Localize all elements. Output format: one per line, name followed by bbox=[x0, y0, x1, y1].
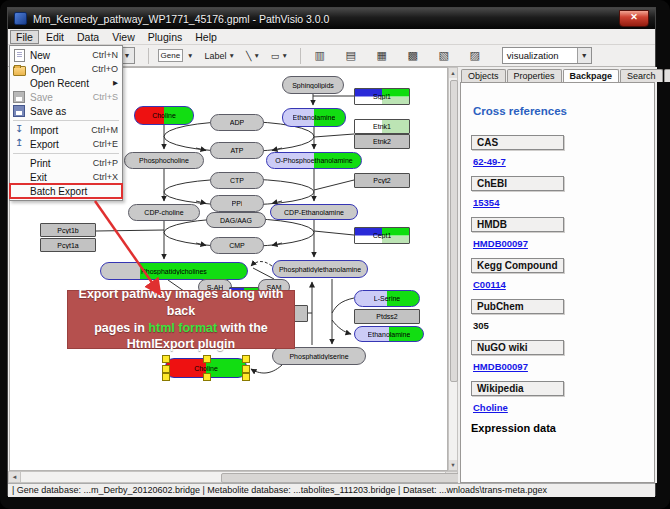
scroll-down-icon[interactable]: ▼ bbox=[449, 460, 457, 470]
close-button[interactable]: ✕ bbox=[619, 10, 649, 27]
tab-search[interactable]: Search bbox=[620, 69, 663, 82]
node-phosphatidylethanolamine[interactable]: Phosphatidylethanolamine bbox=[272, 260, 368, 278]
expression-data-heading: Expression data bbox=[471, 422, 654, 434]
gene-box-pcyt1a[interactable]: Pcyt1a bbox=[40, 238, 96, 252]
align-center-x-icon[interactable]: ▥ bbox=[306, 47, 334, 65]
node-dag-aag[interactable]: DAG/AAG bbox=[206, 212, 266, 228]
menu-help[interactable]: Help bbox=[189, 30, 223, 44]
line-tool-button[interactable]: ╲▼ bbox=[242, 47, 264, 65]
node-o-phosphoethanolamine[interactable]: O-Phosphoethanolamine bbox=[266, 152, 362, 169]
node-ethanolamine-top[interactable]: Ethanolamine bbox=[282, 108, 346, 127]
xref-link[interactable]: HMDB00097 bbox=[473, 361, 654, 372]
callout-line2: pages in html format with the bbox=[68, 320, 294, 337]
app-icon bbox=[14, 12, 27, 25]
callout-line1: Export pathway images along with back bbox=[68, 286, 294, 320]
xref-link[interactable]: 62-49-7 bbox=[473, 156, 654, 167]
menu-data[interactable]: Data bbox=[71, 30, 105, 44]
menu-file[interactable]: File bbox=[10, 30, 39, 44]
node-phosphatidylcholines[interactable]: Phosphatidylcholines bbox=[100, 262, 248, 280]
selection-handle[interactable] bbox=[162, 365, 170, 373]
file-menu-open[interactable]: OpenCtrl+O bbox=[10, 62, 122, 76]
tab-objects[interactable]: Objects bbox=[461, 69, 506, 82]
distribute-vertical-icon[interactable]: ▩ bbox=[399, 47, 427, 65]
chevron-down-icon[interactable]: ▼ bbox=[187, 52, 193, 59]
node-ctp[interactable]: CTP bbox=[210, 172, 264, 189]
align-center-y-icon[interactable]: ▤ bbox=[337, 47, 365, 65]
node-ethanolamine-bottom[interactable]: Ethanolamine bbox=[354, 326, 424, 342]
gene-tool-button[interactable]: Gene▼ bbox=[154, 47, 198, 65]
selection-handle[interactable] bbox=[203, 355, 211, 363]
node-phosphocholine[interactable]: Phosphocholine bbox=[124, 152, 204, 169]
node-cmp[interactable]: CMP bbox=[210, 237, 264, 254]
title-bar[interactable]: Mm_Kennedy_pathway_WP1771_45176.gpml - P… bbox=[8, 8, 655, 29]
shape-tool-button[interactable]: ▭▼ bbox=[267, 47, 292, 65]
distribute-horizontal-icon[interactable]: ▦ bbox=[368, 47, 396, 65]
node-label: Pcyt1a bbox=[57, 242, 78, 249]
selection-handle[interactable] bbox=[162, 373, 170, 381]
file-menu-export[interactable]: ExportCtrl+E bbox=[10, 137, 122, 151]
xref-header: Wikipedia bbox=[471, 381, 564, 396]
selection-handle[interactable] bbox=[242, 373, 250, 381]
gene-box-sgpl1[interactable]: Sgpl1 bbox=[354, 88, 410, 105]
save-icon bbox=[13, 91, 25, 103]
xref-section-chebi: ChEBI15354 bbox=[471, 176, 654, 208]
gene-box-etnk2[interactable]: Etnk2 bbox=[354, 134, 410, 149]
horizontal-scroll-thumb[interactable] bbox=[221, 473, 461, 483]
menu-view[interactable]: View bbox=[106, 30, 141, 44]
tab-properties[interactable]: Properties bbox=[507, 69, 562, 82]
gene-box-ptdss2[interactable]: Ptdss2 bbox=[354, 309, 420, 324]
scroll-up-icon[interactable]: ▲ bbox=[449, 68, 457, 78]
canvas-vertical-scrollbar[interactable]: ▲ ▼ bbox=[448, 67, 458, 471]
tab-backpage[interactable]: Backpage bbox=[563, 69, 620, 83]
menu-plugins[interactable]: Plugins bbox=[142, 30, 188, 44]
node-choline-selected[interactable]: Choline bbox=[165, 358, 247, 378]
selection-handle[interactable] bbox=[242, 365, 250, 373]
file-menu-save-as[interactable]: Save as bbox=[10, 104, 122, 118]
node-cdp-choline[interactable]: CDP-choline bbox=[128, 204, 200, 221]
file-menu-save[interactable]: SaveCtrl+S bbox=[10, 90, 122, 104]
scroll-left-icon[interactable]: ◄ bbox=[9, 472, 21, 482]
selection-handle[interactable] bbox=[203, 373, 211, 381]
node-adp[interactable]: ADP bbox=[210, 114, 264, 131]
xref-link[interactable]: 15354 bbox=[473, 197, 654, 208]
visualization-combobox[interactable]: visualization ▼ bbox=[502, 47, 592, 64]
chevron-down-icon[interactable]: ▼ bbox=[253, 52, 259, 59]
node-label: Phosphatidylserine bbox=[289, 353, 348, 360]
xref-link[interactable]: HMDB00097 bbox=[473, 238, 654, 249]
node-label: Phosphocholine bbox=[139, 157, 189, 164]
xref-link[interactable]: Choline bbox=[473, 402, 654, 413]
node-atp[interactable]: ATP bbox=[210, 142, 264, 159]
common-width-icon[interactable]: ▧ bbox=[430, 47, 458, 65]
chevron-down-icon[interactable]: ▼ bbox=[281, 52, 287, 59]
menu-separator bbox=[13, 120, 119, 121]
selection-handle[interactable] bbox=[242, 355, 250, 363]
gene-box-etnk1[interactable]: Etnk1 bbox=[354, 119, 410, 134]
gene-box-pcyt1b[interactable]: Pcyt1b bbox=[40, 223, 96, 237]
file-menu-new[interactable]: NewCtrl+N bbox=[10, 48, 122, 62]
gene-box-cept1[interactable]: Cept1 bbox=[354, 227, 410, 244]
tab-legend[interactable]: Legend bbox=[664, 69, 670, 82]
node-ppi[interactable]: PPi bbox=[210, 195, 264, 212]
selection-handle[interactable] bbox=[162, 355, 170, 363]
label-tool-button[interactable]: Label▼ bbox=[201, 47, 239, 65]
file-menu-exit[interactable]: ExitCtrl+X bbox=[10, 170, 122, 184]
vertical-scroll-thumb[interactable] bbox=[450, 80, 458, 382]
new-icon bbox=[14, 49, 25, 62]
xref-link[interactable]: C00114 bbox=[473, 279, 654, 290]
file-menu-import[interactable]: ImportCtrl+M bbox=[10, 123, 122, 137]
menu-edit[interactable]: Edit bbox=[40, 30, 70, 44]
common-height-icon[interactable]: ▨ bbox=[461, 47, 489, 65]
menu-bar: FileEditDataViewPluginsHelp bbox=[8, 29, 655, 45]
node-sphingolipids[interactable]: Sphingolipids bbox=[282, 76, 344, 94]
chevron-down-icon[interactable]: ▼ bbox=[229, 52, 235, 59]
canvas-horizontal-scrollbar[interactable]: ◄ ► bbox=[8, 471, 458, 483]
node-choline-top[interactable]: Choline bbox=[134, 106, 194, 125]
file-menu-open-recent[interactable]: Open Recent▶ bbox=[10, 76, 122, 90]
xref-section-wikipedia: WikipediaCholine bbox=[471, 381, 654, 413]
file-menu-batch-export[interactable]: Batch Export bbox=[10, 184, 122, 198]
file-menu-print[interactable]: PrintCtrl+P bbox=[10, 156, 122, 170]
gene-box-pcyt2[interactable]: Pcyt2 bbox=[354, 173, 410, 188]
node-cdp-ethanolamine[interactable]: CDP-Ethanolamine bbox=[270, 204, 358, 220]
chevron-down-icon[interactable]: ▼ bbox=[577, 48, 591, 63]
node-l-serine[interactable]: L-Serine bbox=[354, 290, 420, 307]
